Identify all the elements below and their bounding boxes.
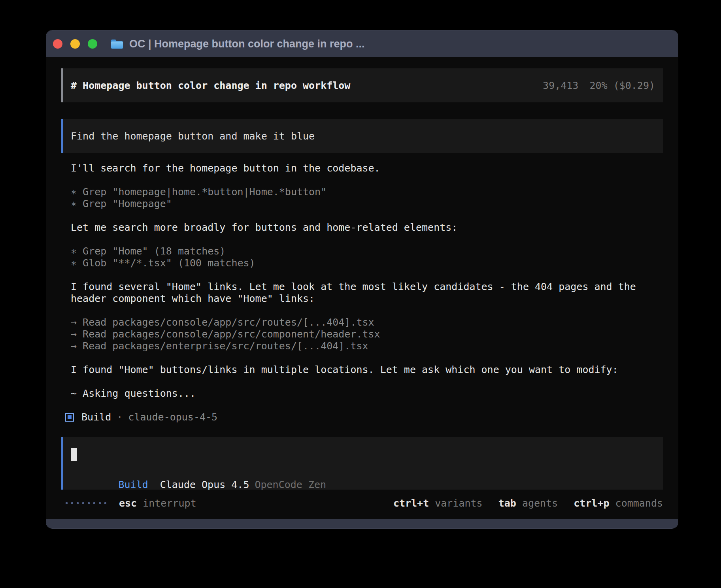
agents-label: agents <box>522 498 558 509</box>
agent-model: claude-opus-4-5 <box>128 411 217 423</box>
session-header: # Homepage button color change in repo w… <box>61 68 663 102</box>
tool-line: ∗ Grep "homepage|home.*button|Home.*butt… <box>71 186 663 198</box>
hint-interrupt: esc interrupt <box>119 498 196 509</box>
tool-line: ∗ Glob "**/*.tsx" (100 matches) <box>71 257 663 269</box>
input-model: Claude Opus 4.5 <box>160 479 249 490</box>
window-footer <box>46 519 678 528</box>
terminal-window: OC | Homepage button color change in rep… <box>46 30 678 529</box>
dot-separator: · <box>117 411 123 423</box>
traffic-lights <box>53 39 97 49</box>
agent-badge-icon <box>65 413 74 422</box>
session-stats: 39,41320% ($0.29) <box>543 80 655 91</box>
blank-line <box>71 376 663 388</box>
text-line: I found several "Home" links. Let me loo… <box>71 281 663 293</box>
prompt-input[interactable]: BuildClaude Opus 4.5OpenCode Zen <box>61 437 663 490</box>
hint-agents: tab agents <box>498 498 558 509</box>
tool-line: ∗ Grep "Homepage" <box>71 198 663 210</box>
text-line: Let me search more broadly for buttons a… <box>71 222 663 234</box>
tool-line: ∗ Grep "Home" (18 matches) <box>71 245 663 257</box>
hint-variants: ctrl+t variants <box>393 498 483 509</box>
shortcut-hints: ctrl+t variants tab agents ctrl+p comman… <box>393 498 663 509</box>
folder-icon <box>110 38 124 49</box>
commands-label: commands <box>615 498 663 509</box>
esc-key: esc <box>119 498 137 509</box>
ctrl-t-key: ctrl+t <box>393 498 429 509</box>
text-line: header component which have "Home" links… <box>71 293 663 305</box>
input-agent: Build <box>118 479 148 490</box>
ctrl-p-key: ctrl+p <box>574 498 609 509</box>
variants-label: variants <box>435 498 482 509</box>
blank-line <box>71 400 663 411</box>
blank-line <box>71 352 663 364</box>
tool-line: → Read packages/console/app/src/routes/[… <box>71 317 663 328</box>
text-line: I found "Home" buttons/links in multiple… <box>71 364 663 376</box>
agent-name: Build <box>81 411 111 423</box>
text-cursor <box>71 448 77 461</box>
activity-dots-icon <box>66 502 106 504</box>
terminal-content: # Homepage button color change in repo w… <box>46 57 678 519</box>
tab-key: tab <box>498 498 516 509</box>
session-title: # Homepage button color change in repo w… <box>71 80 350 91</box>
tool-line: → Read packages/enterprise/src/routes/[.… <box>71 340 663 352</box>
token-count: 39,413 <box>543 80 578 91</box>
esc-label: interrupt <box>143 498 196 509</box>
minimize-button[interactable] <box>70 39 80 49</box>
terminal-body: I'll search for the homepage button in t… <box>61 162 663 411</box>
agent-status-line: Build · claude-opus-4-5 <box>61 411 663 423</box>
zoom-button[interactable] <box>88 39 97 49</box>
blank-line <box>71 269 663 281</box>
blank-line <box>71 305 663 317</box>
window-titlebar[interactable]: OC | Homepage button color change in rep… <box>46 30 678 57</box>
status-bar: esc interrupt ctrl+t variants tab agents… <box>61 497 663 509</box>
context-usage: 20% ($0.29) <box>589 80 655 91</box>
hint-commands: ctrl+p commands <box>574 498 663 509</box>
input-provider: OpenCode Zen <box>255 479 326 490</box>
model-status-line: BuildClaude Opus 4.5OpenCode Zen <box>71 467 655 479</box>
user-message: Find the homepage button and make it blu… <box>61 119 663 153</box>
text-line: I'll search for the homepage button in t… <box>71 162 663 174</box>
text-line: ~ Asking questions... <box>71 388 663 400</box>
blank-line <box>71 174 663 186</box>
window-title: OC | Homepage button color change in rep… <box>129 38 365 50</box>
user-message-text: Find the homepage button and make it blu… <box>71 130 315 142</box>
blank-line <box>71 210 663 222</box>
close-button[interactable] <box>53 39 62 49</box>
tool-line: → Read packages/console/app/src/componen… <box>71 328 663 340</box>
blank-line <box>71 234 663 245</box>
